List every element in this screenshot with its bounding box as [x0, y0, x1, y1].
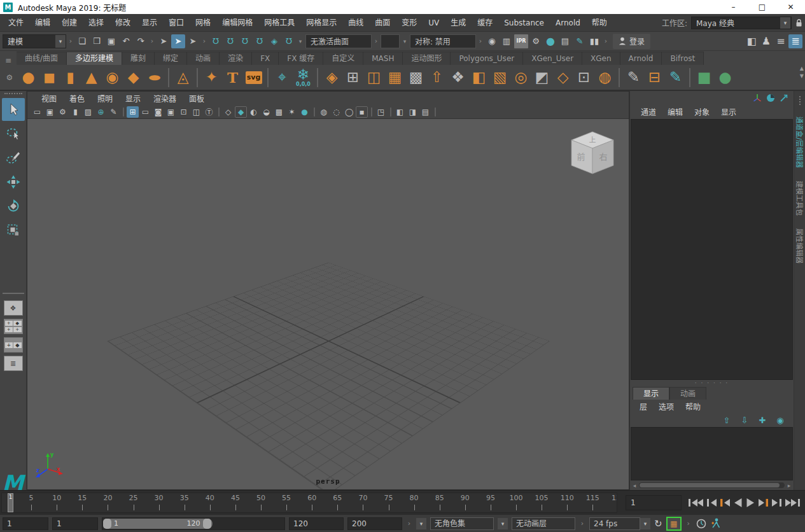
new-scene-icon[interactable]: ❏	[75, 34, 89, 48]
shelf-sep-3[interactable]	[264, 66, 272, 89]
undo-icon[interactable]: ↶	[119, 34, 133, 48]
open-scene-icon[interactable]: ❒	[90, 34, 104, 48]
render-setup-icon[interactable]: ▤	[558, 34, 572, 48]
sweep-mesh-icon[interactable]: ⌖	[272, 66, 293, 89]
pan-zoom-icon[interactable]: ⊕	[95, 106, 107, 118]
evaluation-toolkit-icon[interactable]	[711, 518, 721, 529]
viewport-canvas[interactable]: 上 前 右 y x z persp	[27, 119, 629, 489]
step-forward-key-button[interactable]	[771, 497, 782, 508]
grid-toggle-icon[interactable]: ⊞	[127, 106, 139, 118]
range-handle-right[interactable]	[203, 519, 211, 529]
menu-set-selector[interactable]: 建模 ▾	[3, 34, 66, 48]
single-pane-layout[interactable]: ❖	[4, 300, 23, 316]
shelf-tab[interactable]: FX 缓存	[279, 52, 323, 65]
viewport-menu-item[interactable]: 着色	[63, 93, 91, 104]
animation-end-field[interactable]: 200	[347, 517, 402, 530]
vp-sep-5[interactable]	[388, 106, 393, 118]
insert-edge-loop-icon[interactable]: ✎	[665, 66, 686, 89]
section-collapse-icon[interactable]	[373, 34, 379, 49]
playback-end-field[interactable]: 120	[289, 517, 344, 530]
shelf-sep-2[interactable]	[193, 66, 201, 89]
play-forward-button[interactable]	[745, 497, 755, 508]
snap-grid-icon[interactable]: Ω	[209, 34, 223, 48]
channel-box-list[interactable]	[631, 119, 793, 380]
vp-sep-4[interactable]	[368, 106, 374, 118]
vp-sep-2[interactable]	[216, 106, 221, 118]
circularize-icon[interactable]: ◎	[510, 66, 531, 89]
quad-draw-icon[interactable]: ◇	[552, 66, 573, 89]
time-slider[interactable]: 1 51015202530354045505560657075808590951…	[1, 493, 617, 513]
use-default-material-icon[interactable]: ◒	[260, 106, 272, 118]
shelf-sep-4[interactable]	[314, 66, 321, 89]
curve-project-icon[interactable]: ▧	[489, 66, 510, 89]
shelf-tab[interactable]: 渲染	[220, 52, 252, 65]
shelf-tab[interactable]: XGen	[582, 52, 620, 65]
super-shape-icon[interactable]: ✦	[201, 66, 222, 89]
select-object-icon[interactable]: ➤	[171, 34, 185, 48]
type-tool-icon[interactable]: T	[222, 66, 243, 89]
close-button[interactable]: ✕	[776, 0, 805, 14]
select-component-icon[interactable]: ➤	[186, 34, 200, 48]
poly-disc-icon[interactable]: ●	[144, 66, 165, 89]
shelf-tab[interactable]: 雕刻	[122, 52, 155, 65]
chevron-down-icon[interactable]: ▾	[401, 34, 409, 48]
extrude-icon[interactable]: ⇧	[426, 66, 447, 89]
menu-item[interactable]: 曲线	[342, 14, 369, 32]
channel-box-menu-item[interactable]: 对象	[689, 106, 715, 117]
menu-item[interactable]: 曲面	[369, 14, 396, 32]
image-plane-icon[interactable]: ▨	[82, 106, 94, 118]
shelf-tab[interactable]: FX	[252, 52, 279, 65]
lock-camera-icon[interactable]: ▣	[44, 106, 56, 118]
menu-item[interactable]: 帮助	[586, 14, 613, 32]
poly-sphere-icon[interactable]: ●	[18, 66, 39, 89]
snap-curve-icon[interactable]: Ω	[223, 34, 237, 48]
section-collapse-icon[interactable]	[149, 34, 155, 49]
chevron-down-icon[interactable]: ▾	[780, 17, 790, 29]
menu-item[interactable]: 网格工具	[258, 14, 300, 32]
poly-cone-icon[interactable]: ▲	[81, 66, 102, 89]
viewport-menu-item[interactable]: 面板	[183, 93, 211, 104]
viewport-menu-item[interactable]: 照明	[91, 93, 119, 104]
symmetry-field[interactable]: 对称: 禁用	[410, 34, 476, 48]
shelf-tab[interactable]: XGen_User	[523, 52, 582, 65]
chevron-down-icon[interactable]: ▾	[416, 518, 426, 529]
scroll-left-icon[interactable]: ◂	[631, 482, 638, 489]
layer-move-down-icon[interactable]: ⇩	[738, 413, 752, 427]
layer-add-selected-icon[interactable]: ◉	[773, 413, 787, 427]
pause-viewport-icon[interactable]: ▮▮	[587, 34, 601, 48]
section-collapse-icon[interactable]	[579, 516, 585, 531]
auto-keyframe-toggle[interactable]: ▦	[666, 517, 682, 531]
make-live-icon[interactable]: ◈	[267, 34, 281, 48]
menu-item[interactable]: 窗口	[163, 14, 190, 32]
motion-blur-icon[interactable]: ◌	[330, 106, 342, 118]
menu-item[interactable]: Arnold	[550, 14, 586, 32]
resolution-gate-icon[interactable]: ◙	[152, 106, 164, 118]
save-scene-icon[interactable]: ▣	[104, 34, 118, 48]
paint-select-tool[interactable]	[2, 146, 25, 169]
material-lambert-icon[interactable]: ■	[694, 66, 715, 89]
section-collapse-icon[interactable]	[201, 34, 207, 49]
animation-start-field[interactable]: 1	[3, 517, 48, 530]
section-collapse-icon[interactable]	[603, 34, 609, 49]
character-set-field[interactable]: 无角色集	[430, 517, 494, 530]
lasso-tool[interactable]	[2, 122, 25, 145]
shelf-tab[interactable]: 运动图形	[403, 52, 451, 65]
menu-item[interactable]: 文件	[3, 14, 29, 32]
shelf-menu-icon[interactable]: ≡	[0, 56, 17, 65]
svg-tool-icon[interactable]: svg	[243, 66, 264, 89]
animation-layer-field[interactable]: 无动画层	[512, 517, 575, 530]
sculpt-mesh-icon[interactable]: ◍	[594, 66, 615, 89]
step-back-frame-button[interactable]	[720, 497, 731, 508]
minimize-button[interactable]: –	[719, 0, 748, 14]
bookmark-icon[interactable]: ▮	[69, 106, 81, 118]
shelf-tab[interactable]: MASH	[363, 52, 403, 65]
poly-plane-icon[interactable]: ◆	[123, 66, 144, 89]
section-collapse-icon[interactable]	[477, 34, 484, 49]
vp-sep-6[interactable]	[432, 106, 438, 118]
shelf-scroll-up-icon[interactable]: ▲	[800, 66, 804, 71]
layer-editor-menu-item[interactable]: 选项	[653, 401, 680, 412]
menu-item[interactable]: 网格显示	[300, 14, 342, 32]
crease-tool-icon[interactable]: ✎	[623, 66, 644, 89]
menu-item[interactable]: UV	[423, 14, 445, 32]
layer-list[interactable]	[631, 427, 793, 480]
